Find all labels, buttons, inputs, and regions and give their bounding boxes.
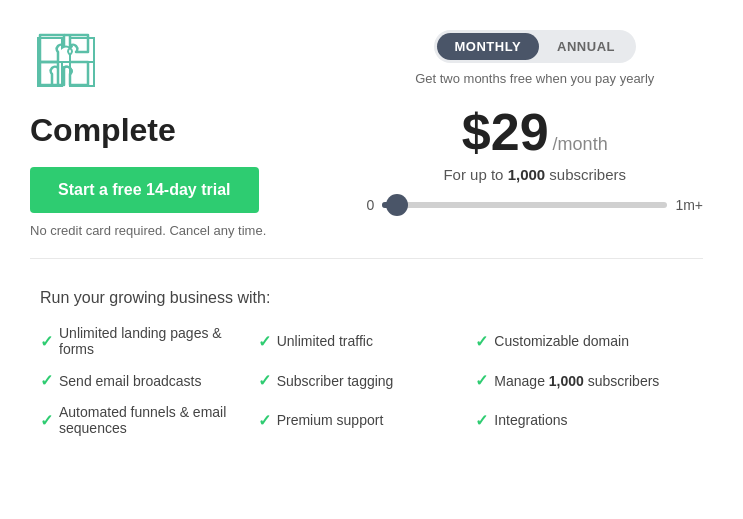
check-icon-6: ✓	[475, 371, 488, 390]
features-row-2: ✓ Send email broadcasts ✓ Subscriber tag…	[40, 371, 693, 390]
feature-manage-subscribers: ✓ Manage 1,000 subscribers	[475, 371, 693, 390]
features-section: Run your growing business with: ✓ Unlimi…	[30, 279, 703, 456]
subscriber-prefix: For up to	[443, 166, 507, 183]
check-icon-7: ✓	[40, 411, 53, 430]
feature-text-8: Premium support	[277, 412, 384, 428]
check-icon-8: ✓	[258, 411, 271, 430]
check-icon-4: ✓	[40, 371, 53, 390]
feature-text-2: Unlimited traffic	[277, 333, 373, 349]
subscriber-count: 1,000	[508, 166, 546, 183]
subscriber-slider[interactable]: 0 1m+	[367, 197, 704, 213]
slider-thumb[interactable]	[386, 194, 408, 216]
features-grid: ✓ Unlimited landing pages & forms ✓ Unli…	[40, 325, 693, 436]
pricing-card: Complete Start a free 14-day trial No cr…	[0, 0, 743, 486]
price-period: /month	[553, 134, 608, 155]
feature-subscriber-tagging: ✓ Subscriber tagging	[258, 371, 476, 390]
feature-text-7: Automated funnels & email sequences	[59, 404, 258, 436]
subscriber-suffix: subscribers	[545, 166, 626, 183]
plan-name: Complete	[30, 112, 176, 149]
price-value: $29	[462, 102, 549, 162]
puzzle-icon	[30, 30, 110, 100]
monthly-toggle[interactable]: MONTHLY	[437, 33, 540, 60]
features-row-1: ✓ Unlimited landing pages & forms ✓ Unli…	[40, 325, 693, 357]
right-column: MONTHLY ANNUAL Get two months free when …	[367, 30, 704, 213]
feature-text-9: Integrations	[494, 412, 567, 428]
free-months-text: Get two months free when you pay yearly	[415, 71, 654, 86]
feature-text-5: Subscriber tagging	[277, 373, 394, 389]
feature-unlimited-traffic: ✓ Unlimited traffic	[258, 332, 476, 351]
feature-text-4: Send email broadcasts	[59, 373, 201, 389]
trial-button[interactable]: Start a free 14-day trial	[30, 167, 259, 213]
slider-max-label: 1m+	[675, 197, 703, 213]
slider-min-label: 0	[367, 197, 375, 213]
subscriber-info: For up to 1,000 subscribers	[443, 166, 626, 183]
no-credit-card-text: No credit card required. Cancel any time…	[30, 223, 266, 238]
check-icon-3: ✓	[475, 332, 488, 351]
feature-email-broadcasts: ✓ Send email broadcasts	[40, 371, 258, 390]
feature-funnels: ✓ Automated funnels & email sequences	[40, 404, 258, 436]
feature-unlimited-landing: ✓ Unlimited landing pages & forms	[40, 325, 258, 357]
features-intro: Run your growing business with:	[40, 289, 693, 307]
top-section: Complete Start a free 14-day trial No cr…	[30, 30, 703, 238]
check-icon-5: ✓	[258, 371, 271, 390]
check-icon-9: ✓	[475, 411, 488, 430]
feature-customizable-domain: ✓ Customizable domain	[475, 332, 693, 351]
annual-toggle[interactable]: ANNUAL	[539, 33, 633, 60]
check-icon-2: ✓	[258, 332, 271, 351]
slider-track[interactable]	[382, 202, 667, 208]
price-display: $29 /month	[462, 102, 608, 162]
feature-text-1: Unlimited landing pages & forms	[59, 325, 258, 357]
feature-integrations: ✓ Integrations	[475, 411, 693, 430]
feature-text-3: Customizable domain	[494, 333, 629, 349]
check-icon-1: ✓	[40, 332, 53, 351]
left-column: Complete Start a free 14-day trial No cr…	[30, 30, 367, 238]
features-row-3: ✓ Automated funnels & email sequences ✓ …	[40, 404, 693, 436]
feature-premium-support: ✓ Premium support	[258, 411, 476, 430]
feature-text-6: Manage 1,000 subscribers	[494, 373, 659, 389]
billing-toggle[interactable]: MONTHLY ANNUAL	[434, 30, 636, 63]
section-divider	[30, 258, 703, 259]
